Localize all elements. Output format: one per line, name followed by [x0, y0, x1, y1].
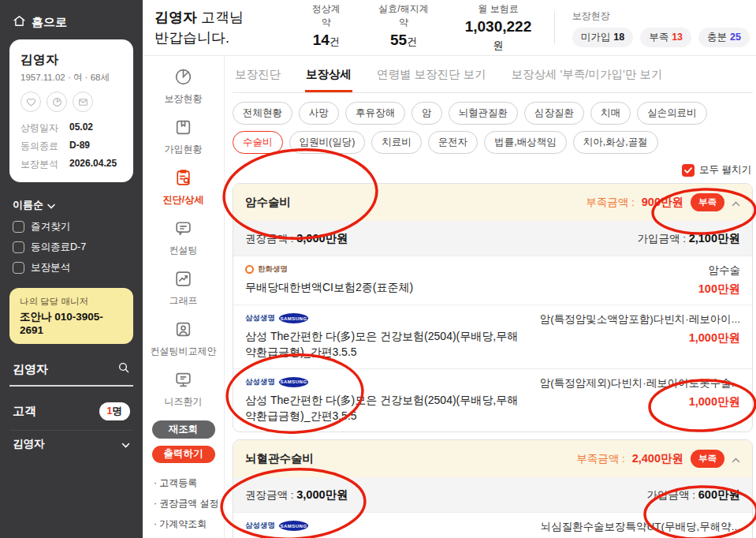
chip-overall[interactable]: 전체현황: [233, 102, 292, 125]
manager-card: 나의 담당 매니저 조안나 010-3905-2691: [9, 288, 133, 344]
greeting: 김영자 고객님 반갑습니다.: [155, 7, 283, 48]
profile-row: 동의종료 D-89: [20, 140, 122, 153]
stat-unit: 건: [330, 35, 340, 47]
greeting-suffix: 고객님: [197, 9, 244, 25]
tab-insufficient-only[interactable]: 보장상세 '부족/미가입'만 보기: [511, 60, 664, 92]
chip-legal-liability[interactable]: 법률,배상책임: [484, 131, 566, 154]
search-input[interactable]: 김영자: [13, 362, 48, 377]
chip-dental-burn-fracture[interactable]: 치아,화상,골절: [573, 131, 658, 154]
chip-driver[interactable]: 운전자: [428, 131, 479, 154]
tab-coverage-detail[interactable]: 보장상세: [305, 60, 352, 92]
expand-all-toggle[interactable]: 모두 펼치기: [233, 163, 751, 177]
stat-value: 1,030,222: [465, 18, 532, 35]
coverage-card-cancer-surgery: 암수술비 부족금액 : 900만원 부족 권장금액 : 3,000만원 가입금액…: [233, 183, 753, 432]
chevron-up-icon[interactable]: [732, 452, 740, 466]
rail-item-enrollment-status[interactable]: 가입현황: [165, 118, 203, 156]
chart-clock-icon[interactable]: [47, 92, 67, 112]
rail-label: 가입현황: [165, 143, 203, 156]
rail-item-diagnosis-detail[interactable]: 진단/상세: [163, 168, 203, 207]
home-label: 홈으로: [32, 15, 67, 30]
product-name: 무배당대한변액CI보험2종(표준체): [245, 279, 684, 295]
insurer-name: 한화생명: [258, 264, 288, 275]
policy-entry: 삼성생명SAMSUNG 삼성 The간편한 다(多)모은 건강보험(2504)(…: [233, 512, 752, 538]
customer-accordion[interactable]: 김영자: [9, 430, 133, 458]
rail-item-graph[interactable]: 그래프: [169, 269, 198, 308]
stat-label: 월 보험료: [464, 2, 532, 16]
chevron-up-icon[interactable]: [732, 196, 740, 210]
insurer-name: 삼성생명: [245, 313, 275, 323]
filter-coverage-analysis[interactable]: 보장분석: [13, 261, 130, 275]
coverage-amount: 1,000만원: [540, 331, 740, 346]
chip-dementia[interactable]: 치매: [590, 102, 631, 125]
chip-cerebrovascular[interactable]: 뇌혈관질환: [449, 102, 519, 125]
row-value: D-89: [69, 140, 90, 153]
category-chips: 전체현황 사망 후유장해 암 뇌혈관질환 심장질환 치매 실손의료비 수술비 입…: [233, 102, 753, 154]
chip-treatment-cost[interactable]: 치료비: [371, 131, 422, 154]
expand-all-label: 모두 펼치기: [699, 163, 751, 177]
rail-item-needs-reminder[interactable]: 니즈환기: [165, 370, 203, 409]
print-button[interactable]: 출력하기: [152, 446, 215, 464]
favorite-heart-icon[interactable]: [20, 92, 41, 112]
filter-label: 동의종료D-7: [31, 241, 86, 254]
stat-value: 55: [390, 32, 407, 48]
rail-item-consulting[interactable]: 컨설팅: [169, 219, 198, 257]
profile-row: 보장분석 2026.04.25: [20, 158, 122, 171]
stat-monthly-premium: 월 보험료 1,030,222원: [464, 2, 532, 53]
policy-entry: 삼성생명SAMSUNG 삼성 The간편한 다(多)모은 건강보험(2504)(…: [233, 368, 752, 432]
chip-death[interactable]: 사망: [299, 102, 339, 125]
stat-value: 14: [313, 32, 330, 48]
coverage-card-cerebrovascular-surgery: 뇌혈관수술비 부족금액 : 2,400만원 부족 권장금액 : 3,000만원 …: [233, 439, 753, 538]
link-recommended-amount-settings[interactable]: 권장금액 설정: [154, 497, 224, 510]
chip-surgery-cost[interactable]: 수술비: [233, 131, 283, 154]
amount-row: 권장금액 : 3,000만원 가입금액 : 2,100만원: [233, 221, 752, 256]
filter-consent-expiry[interactable]: 동의종료D-7: [13, 241, 130, 254]
coverage-amount: 100만원: [698, 282, 740, 297]
search-icon[interactable]: [117, 361, 130, 377]
checkbox-unchecked[interactable]: [13, 262, 24, 274]
main-content: 보장진단 보장상세 연령별 보장진단 보기 보장상세 '부족/미가입'만 보기 …: [225, 56, 756, 538]
stat-label: 실효/해지계약: [378, 2, 430, 29]
chip-disability[interactable]: 후유장해: [345, 102, 405, 125]
tab-age-diagnosis[interactable]: 연령별 보장진단 보기: [376, 60, 487, 92]
customer-count-row: 고객 1명: [9, 398, 133, 430]
rail-label: 컨설팅비교제안: [151, 345, 217, 358]
card-title: 뇌혈관수술비: [245, 451, 314, 466]
card-header[interactable]: 암수술비 부족금액 : 900만원 부족: [233, 184, 752, 221]
chip-cancer[interactable]: 암: [412, 102, 442, 125]
chip-hospitalization[interactable]: 입원비(일당): [289, 131, 366, 154]
home-button[interactable]: 홈으로: [9, 11, 133, 39]
profile-name: 김영자: [20, 52, 122, 69]
checkbox-checked[interactable]: [682, 164, 695, 177]
filter-label: 즐겨찾기: [31, 220, 70, 234]
enrolled-label: 가입금액 :: [647, 489, 696, 501]
checkbox-unchecked[interactable]: [13, 241, 24, 253]
requery-button[interactable]: 재조회: [152, 420, 215, 439]
card-header[interactable]: 뇌혈관수술비 부족금액 : 2,400만원 부족: [233, 440, 752, 477]
link-preliminary-contract[interactable]: 가계약조회: [154, 517, 224, 531]
row-label: 보장분석: [20, 158, 69, 171]
shortage-label: 부족금액 :: [586, 196, 635, 210]
customer-name: 김영자: [13, 437, 45, 451]
insufficient-badge: 부족: [691, 450, 724, 468]
product-name: 삼성 The간편한 다(多)모은 건강보험(2504)(무배당,무해약환급금형)…: [245, 328, 526, 361]
coverage-amount: 1,000만원: [540, 394, 740, 409]
link-customer-register[interactable]: 고객등록: [154, 476, 224, 490]
rail-item-consulting-compare[interactable]: 컨설팅비교제안: [151, 319, 217, 358]
tab-coverage-diagnosis[interactable]: 보장진단: [234, 60, 281, 92]
chip-medical-expense[interactable]: 실손의료비: [637, 102, 707, 125]
chip-heart-disease[interactable]: 심장질환: [524, 102, 584, 125]
checkbox-unchecked[interactable]: [13, 221, 24, 233]
insurance-dashboard: 홈으로 김영자 1957.11.02 · 여 · 68세 상령일자 05.02: [0, 0, 756, 538]
customer-profile-card: 김영자 1957.11.02 · 여 · 68세 상령일자 05.02: [9, 39, 133, 182]
amount-row: 권장금액 : 3,000만원 가입금액 : 600만원: [233, 477, 752, 512]
chevron-down-icon: [47, 200, 55, 211]
mail-icon[interactable]: [73, 92, 93, 112]
sort-dropdown[interactable]: 이름순: [9, 196, 133, 220]
customer-count-badge: 1명: [99, 402, 130, 420]
customer-search[interactable]: 김영자: [9, 358, 133, 387]
filter-favorites[interactable]: 즐겨찾기: [13, 220, 130, 234]
enrolled-label: 가입금액 :: [637, 233, 686, 245]
rail-item-coverage-status[interactable]: 보장현황: [165, 67, 203, 106]
recommended-label: 권장금액 :: [245, 233, 294, 245]
filter-label: 보장분석: [31, 261, 70, 275]
